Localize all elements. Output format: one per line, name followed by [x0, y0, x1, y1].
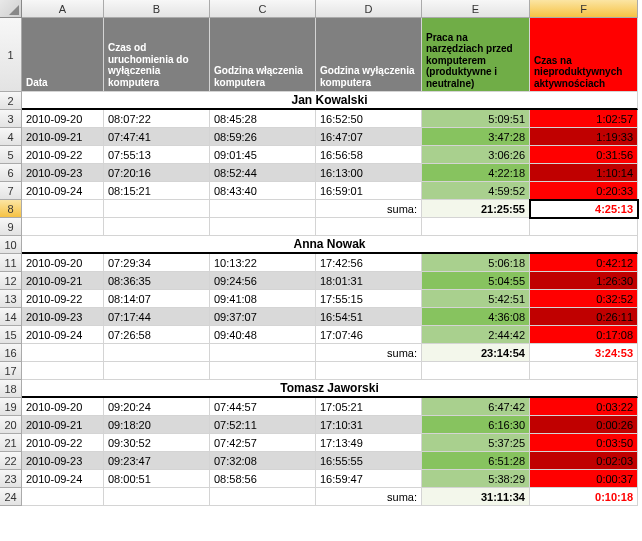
cell[interactable]: 6:47:42 [422, 398, 530, 416]
cell[interactable]: 4:36:08 [422, 308, 530, 326]
cell[interactable]: 08:00:51 [104, 470, 210, 488]
cell[interactable]: 07:32:08 [210, 452, 316, 470]
cell[interactable]: 2010-09-23 [22, 452, 104, 470]
sum-label[interactable]: suma: [316, 488, 422, 506]
cell[interactable]: 16:47:07 [316, 128, 422, 146]
cell[interactable]: 07:29:34 [104, 254, 210, 272]
col-header-E[interactable]: E [422, 0, 530, 18]
row-header-3[interactable]: 3 [0, 110, 22, 128]
cell[interactable]: 3:06:26 [422, 146, 530, 164]
row-header-22[interactable]: 22 [0, 452, 22, 470]
cell[interactable]: 16:59:01 [316, 182, 422, 200]
cell[interactable]: 17:05:21 [316, 398, 422, 416]
cell[interactable]: 0:03:50 [530, 434, 638, 452]
cell[interactable]: 08:58:56 [210, 470, 316, 488]
cell[interactable]: 07:20:16 [104, 164, 210, 182]
cell[interactable]: 08:36:35 [104, 272, 210, 290]
cell[interactable]: 18:01:31 [316, 272, 422, 290]
header-unproductive[interactable]: Czas na nieproduktywnych aktywnościach [530, 18, 638, 92]
row-header-7[interactable]: 7 [0, 182, 22, 200]
cell[interactable] [210, 488, 316, 506]
row-header-24[interactable]: 24 [0, 488, 22, 506]
cell[interactable]: 0:31:56 [530, 146, 638, 164]
cell[interactable]: 5:04:55 [422, 272, 530, 290]
cell[interactable]: 2010-09-21 [22, 272, 104, 290]
cell[interactable]: 16:52:50 [316, 110, 422, 128]
cell[interactable]: 0:17:08 [530, 326, 638, 344]
cell[interactable]: 09:30:52 [104, 434, 210, 452]
cell[interactable] [22, 488, 104, 506]
cell[interactable]: 2010-09-24 [22, 326, 104, 344]
cell[interactable]: 17:55:15 [316, 290, 422, 308]
cell[interactable]: 2010-09-20 [22, 110, 104, 128]
cell[interactable]: 07:44:57 [210, 398, 316, 416]
cell[interactable]: 16:55:55 [316, 452, 422, 470]
sum-e[interactable]: 31:11:34 [422, 488, 530, 506]
row-header-13[interactable]: 13 [0, 290, 22, 308]
row-header-4[interactable]: 4 [0, 128, 22, 146]
cell[interactable]: 08:15:21 [104, 182, 210, 200]
header-on-time[interactable]: Godzina włączenia komputera [210, 18, 316, 92]
sum-f[interactable]: 4:25:13 [530, 200, 638, 218]
cell[interactable]: 2010-09-24 [22, 470, 104, 488]
cell[interactable]: 08:07:22 [104, 110, 210, 128]
col-header-F[interactable]: F [530, 0, 638, 18]
cell[interactable] [422, 218, 530, 236]
col-header-C[interactable]: C [210, 0, 316, 18]
row-header-12[interactable]: 12 [0, 272, 22, 290]
cell[interactable]: 10:13:22 [210, 254, 316, 272]
cell[interactable]: 2010-09-22 [22, 434, 104, 452]
cell[interactable] [104, 200, 210, 218]
person-name[interactable]: Tomasz Jaworski [22, 380, 638, 398]
cell[interactable]: 0:02:03 [530, 452, 638, 470]
sum-f[interactable]: 3:24:53 [530, 344, 638, 362]
cell[interactable] [210, 200, 316, 218]
cell[interactable] [22, 362, 104, 380]
cell[interactable]: 2:44:42 [422, 326, 530, 344]
cell[interactable]: 08:14:07 [104, 290, 210, 308]
cell[interactable] [210, 362, 316, 380]
cell[interactable]: 2010-09-23 [22, 164, 104, 182]
cell[interactable]: 6:51:28 [422, 452, 530, 470]
select-all-corner[interactable] [0, 0, 22, 18]
cell[interactable]: 2010-09-23 [22, 308, 104, 326]
cell[interactable]: 08:43:40 [210, 182, 316, 200]
cell[interactable]: 1:19:33 [530, 128, 638, 146]
cell[interactable]: 09:24:56 [210, 272, 316, 290]
cell[interactable] [422, 362, 530, 380]
cell[interactable]: 09:18:20 [104, 416, 210, 434]
cell[interactable]: 2010-09-22 [22, 290, 104, 308]
cell[interactable]: 3:47:28 [422, 128, 530, 146]
cell[interactable] [316, 362, 422, 380]
cell[interactable] [22, 344, 104, 362]
row-header-21[interactable]: 21 [0, 434, 22, 452]
cell[interactable]: 2010-09-24 [22, 182, 104, 200]
cell[interactable]: 16:13:00 [316, 164, 422, 182]
cell[interactable]: 07:55:13 [104, 146, 210, 164]
cell[interactable]: 5:09:51 [422, 110, 530, 128]
cell[interactable]: 17:07:46 [316, 326, 422, 344]
cell[interactable]: 5:38:29 [422, 470, 530, 488]
cell[interactable]: 17:42:56 [316, 254, 422, 272]
sum-f[interactable]: 0:10:18 [530, 488, 638, 506]
row-header-9[interactable]: 9 [0, 218, 22, 236]
header-productive[interactable]: Praca na narzędziach przed komputerem (p… [422, 18, 530, 92]
cell[interactable]: 08:59:26 [210, 128, 316, 146]
cell[interactable]: 16:56:58 [316, 146, 422, 164]
cell[interactable] [22, 200, 104, 218]
cell[interactable]: 1:02:57 [530, 110, 638, 128]
cell[interactable]: 07:47:41 [104, 128, 210, 146]
cell[interactable]: 09:23:47 [104, 452, 210, 470]
cell[interactable] [104, 344, 210, 362]
cell[interactable] [22, 218, 104, 236]
row-header-8[interactable]: 8 [0, 200, 22, 218]
cell[interactable]: 07:26:58 [104, 326, 210, 344]
cell[interactable]: 1:10:14 [530, 164, 638, 182]
cell[interactable]: 16:59:47 [316, 470, 422, 488]
cell[interactable]: 2010-09-21 [22, 416, 104, 434]
cell[interactable]: 0:00:37 [530, 470, 638, 488]
cell[interactable]: 0:26:11 [530, 308, 638, 326]
cell[interactable] [210, 344, 316, 362]
cell[interactable]: 09:37:07 [210, 308, 316, 326]
person-name[interactable]: Jan Kowalski [22, 92, 638, 110]
